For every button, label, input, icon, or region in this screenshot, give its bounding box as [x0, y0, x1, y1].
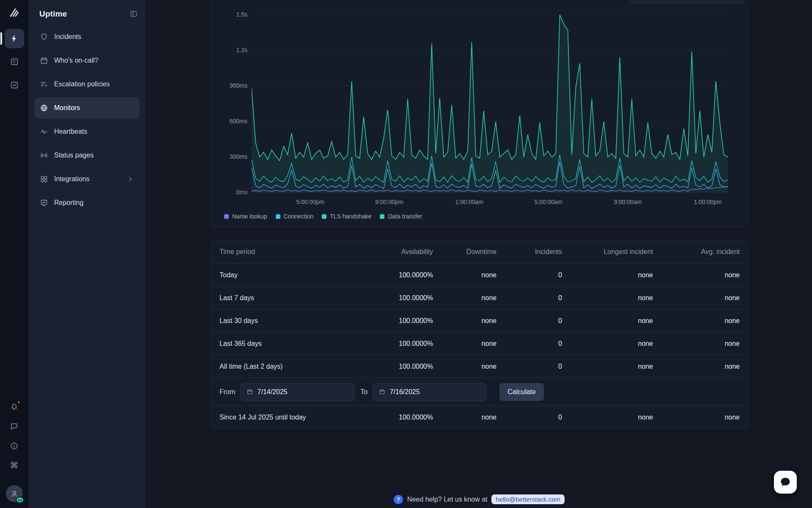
value-cell: 100.0000% [361, 414, 433, 421]
value-cell: none [653, 294, 740, 302]
value-cell: none [433, 363, 497, 370]
value-cell: none [433, 271, 497, 279]
pulse-icon [40, 127, 48, 136]
y-tick-label: 1.5s [211, 11, 247, 18]
y-tick-label: 0ms [211, 189, 247, 196]
sidebar-item-label: Status pages [54, 152, 93, 159]
betterstack-logo[interactable] [8, 7, 20, 20]
sidebar-header: Uptime [28, 0, 145, 25]
availability-table-card: Time periodAvailabilityDowntimeIncidents… [211, 240, 748, 429]
y-tick-label: 900ms [211, 82, 247, 89]
value-cell: none [433, 294, 497, 302]
legend-item-data-transfer[interactable]: Data transfer [380, 213, 422, 220]
rail-bottom-group: ⌘ AS [6, 400, 23, 508]
sidebar-item-who-s-on-call[interactable]: Who's on-call? [34, 50, 140, 71]
sidebar-item-integrations[interactable]: Integrations [34, 168, 140, 190]
x-tick-label: 9:00:00am [614, 199, 642, 205]
availability-row-last-7-days: Last 7 days100.0000%none0nonenone [211, 286, 747, 309]
legend-item-connection[interactable]: Connection [276, 213, 314, 220]
value-cell: none [653, 317, 740, 325]
calculate-button[interactable]: Calculate [499, 383, 544, 401]
user-avatar[interactable]: AS [6, 485, 23, 502]
feedback-button[interactable] [7, 419, 22, 433]
y-tick-label: 300ms [211, 153, 247, 160]
legend-item-tls-handshake[interactable]: TLS handshake [322, 213, 371, 220]
shield-icon [40, 33, 48, 41]
timeframe-segmented-control[interactable] [630, 0, 745, 3]
from-date-value[interactable] [258, 388, 348, 396]
info-circle-icon [10, 442, 19, 450]
rail-item-uptime[interactable] [5, 29, 24, 48]
calendar-icon [247, 388, 253, 395]
to-label: To [360, 388, 368, 396]
rail-item-telemetry[interactable] [5, 75, 24, 95]
calendar-icon [40, 56, 48, 65]
value-cell: 0 [497, 294, 562, 302]
sidebar: Uptime IncidentsWho's on-call?Escalation… [28, 0, 145, 508]
value-cell: 0 [497, 363, 562, 370]
value-cell: 100.0000% [361, 363, 433, 370]
broadcast-icon [40, 151, 48, 160]
column-header-downtime: Downtime [433, 248, 497, 256]
value-cell: none [433, 317, 497, 325]
sidebar-item-label: Reporting [54, 199, 83, 207]
help-footer: ? Need help? Let us know at hello@better… [211, 494, 748, 504]
column-header-longest-incident: Longest incident [562, 248, 653, 256]
report-icon [40, 199, 48, 207]
value-cell: none [562, 363, 653, 370]
from-date-input[interactable] [240, 383, 354, 401]
rail-item-logs[interactable] [5, 52, 24, 72]
value-cell: none [653, 340, 740, 348]
time-period-cell: Last 30 days [219, 317, 361, 325]
sidebar-item-label: Incidents [54, 33, 81, 41]
sidebar-item-reporting[interactable]: Reporting [34, 192, 140, 213]
value-cell: none [562, 414, 653, 421]
to-date-value[interactable] [390, 388, 480, 396]
custom-range-row: From To Calculate [211, 378, 747, 406]
collapse-sidebar-button[interactable] [129, 10, 138, 18]
sidebar-item-escalation-policies[interactable]: Escalation policies [34, 74, 140, 95]
command-icon: ⌘ [10, 461, 19, 469]
calendar-icon [379, 388, 385, 395]
sidebar-item-monitors[interactable]: Monitors [34, 97, 140, 119]
legend-swatch [276, 214, 280, 219]
availability-table-body: Today100.0000%none0nonenoneLast 7 days10… [211, 263, 747, 378]
help-icon: ? [394, 495, 403, 504]
response-time-card: 1.5s1.2s900ms600ms300ms0ms 5:00:00pm9:00… [211, 0, 748, 227]
chat-launcher-button[interactable] [774, 471, 797, 494]
escalation-icon [40, 80, 48, 88]
timeframe-segment[interactable] [631, 0, 668, 3]
x-tick-label: 5:00:00pm [296, 199, 324, 205]
chat-icon [10, 422, 19, 431]
availability-row-last-365-days: Last 365 days100.0000%none0nonenone [211, 332, 747, 355]
response-time-chart[interactable] [252, 15, 728, 193]
sidebar-item-heartbeats[interactable]: Heartbeats [34, 121, 140, 142]
to-date-input[interactable] [373, 383, 487, 401]
sidebar-item-label: Who's on-call? [54, 57, 98, 64]
availability-table-header: Time periodAvailabilityDowntimeIncidents… [211, 240, 747, 263]
value-cell: none [562, 340, 653, 348]
help-email-link[interactable]: hello@betterstack.com [491, 494, 565, 504]
value-cell: none [653, 271, 740, 279]
time-period-cell: All time (Last 2 days) [219, 363, 361, 370]
value-cell: 0 [497, 340, 562, 348]
timeframe-segment[interactable] [707, 0, 745, 3]
legend-label: TLS handshake [330, 213, 371, 220]
sidebar-item-incidents[interactable]: Incidents [34, 26, 140, 47]
from-label: From [219, 388, 235, 396]
timeframe-segment[interactable] [668, 0, 706, 3]
app-rail: ⌘ AS [0, 0, 28, 508]
time-period-cell: Today [219, 271, 361, 279]
notifications-button[interactable] [7, 400, 22, 414]
value-cell: none [562, 294, 653, 302]
telemetry-icon [10, 80, 19, 90]
value-cell: 100.0000% [361, 317, 433, 325]
sidebar-item-label: Heartbeats [54, 128, 87, 135]
value-cell: 100.0000% [361, 271, 433, 279]
bolt-icon [10, 34, 19, 43]
help-center-button[interactable] [7, 439, 22, 453]
legend-item-name-lookup[interactable]: Name lookup [224, 213, 267, 220]
sidebar-item-status-pages[interactable]: Status pages [34, 145, 140, 166]
command-palette-button[interactable]: ⌘ [7, 458, 22, 472]
legend-label: Data transfer [388, 213, 422, 220]
